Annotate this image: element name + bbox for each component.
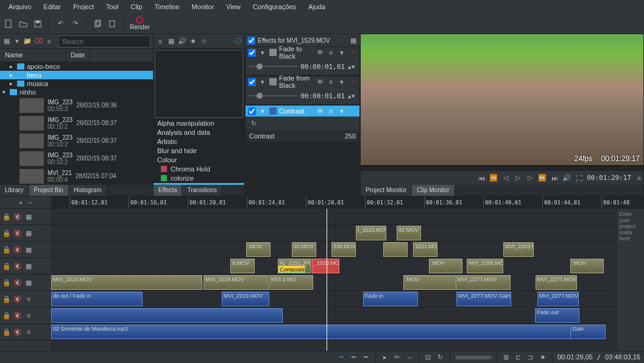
mark-out-icon[interactable]: ⊐ (526, 353, 535, 362)
tab-histogram[interactable]: Histogram (69, 185, 107, 196)
stack-menu-icon[interactable]: ▦ (349, 36, 358, 45)
zoom-slider[interactable] (455, 356, 492, 359)
mute-icon[interactable]: 🔇 (13, 212, 22, 221)
star-icon[interactable]: ★ (189, 37, 197, 46)
track-header[interactable]: 🔒🔇▦ (0, 209, 51, 225)
track-type-icon[interactable]: ▦ (24, 278, 33, 287)
favorite-icon[interactable]: ★ (539, 353, 547, 362)
menu-editar[interactable]: Editar (37, 1, 67, 13)
save-icon[interactable] (33, 19, 43, 29)
transition-clip[interactable]: Composite (278, 265, 305, 273)
effect-item[interactable]: Chroma Hold (154, 165, 244, 174)
menu-clip[interactable]: Clip (124, 1, 148, 13)
track-lane[interactable]: Fade out (51, 307, 644, 324)
col-name[interactable]: Name (0, 49, 66, 62)
zoom-out-icon[interactable]: − (26, 198, 35, 207)
forward-end-icon[interactable]: ⏭ (550, 174, 559, 182)
folder-musica[interactable]: música (27, 80, 48, 87)
tab-project-bin[interactable]: Project Bin (29, 185, 69, 196)
tree-icon[interactable]: ≡ (156, 37, 165, 46)
col-date[interactable]: Date (66, 49, 90, 62)
volume-icon[interactable]: 🔊 (562, 174, 571, 182)
menu-config[interactable]: Configurações (247, 1, 302, 13)
video-preview[interactable]: 24fps 00:01:29:17 (361, 34, 643, 165)
effect-category[interactable]: Artistic (154, 137, 244, 146)
lock-icon[interactable]: 🔒 (2, 295, 11, 303)
timeline-clip[interactable]: .MOV (570, 259, 604, 273)
track-lane[interactable]: de out / Fade inMVI_2219.MOVFade inMVI_2… (51, 291, 644, 307)
track-type-icon[interactable]: ≡ (24, 311, 33, 320)
timeline-clip[interactable]: MVI_2277.MOV (456, 275, 511, 290)
menu-monitor[interactable]: Monitor (186, 1, 221, 13)
mark-in-icon[interactable]: ⊏ (514, 353, 523, 362)
track-header[interactable]: 🔒🔇▦ (0, 258, 51, 275)
timeline-clip[interactable]: I_1523.MOV (356, 226, 386, 240)
menu-timeline[interactable]: Timeline (148, 1, 185, 13)
track-header[interactable]: 🔒🔇▦ (0, 225, 51, 242)
track-type-icon[interactable]: ▦ (24, 262, 33, 270)
rewind-icon[interactable]: ⏪ (489, 174, 498, 182)
timeline-clip[interactable]: Fade in (363, 292, 418, 306)
paste-icon[interactable] (107, 19, 117, 29)
menu-ajuda[interactable]: Ajuda (302, 1, 331, 13)
monitor-scrub[interactable] (361, 165, 643, 170)
razor-tool-icon[interactable]: ✂ (393, 353, 402, 362)
tab-effects[interactable]: Effects (154, 185, 182, 196)
timeline-clip[interactable]: MVI_2253.MOV (503, 242, 534, 257)
stack-enable[interactable] (247, 37, 255, 45)
menu-project[interactable]: Project (67, 1, 100, 13)
track-type-icon[interactable]: ≡ (24, 328, 33, 336)
menu-tool[interactable]: Tool (100, 1, 124, 13)
timeline-clip[interactable]: MVI_2219.MOV (203, 275, 269, 290)
hamburger-icon[interactable]: ≡ (635, 174, 643, 182)
info-icon[interactable]: ⓘ (233, 37, 242, 46)
effect-category[interactable]: Blur and hide (154, 146, 244, 156)
timeline-clip[interactable]: Gain (570, 325, 606, 339)
timeline-clip[interactable]: MVI 2.MO (269, 275, 313, 290)
track-lane[interactable]: .MOV20.MOV230.MOV.1521.MOVMVI_2253.MOV (51, 242, 644, 258)
track-header[interactable]: 🔒🔇≡ (0, 307, 51, 324)
folder-beco[interactable]: beco (27, 71, 41, 79)
effect-item[interactable]: colorize (154, 174, 244, 183)
timeline-clip[interactable]: 9.MOV (230, 259, 255, 273)
mute-icon[interactable]: 🔇 (13, 278, 22, 287)
folder-ninho[interactable]: ninho (19, 88, 36, 96)
track-type-icon[interactable]: ▦ (24, 212, 33, 221)
scroll-icon[interactable]: ↻ (436, 353, 445, 362)
fullscreen-icon[interactable]: ⛶ (575, 174, 583, 182)
timeline-clip[interactable]: de out / Fade in (51, 292, 143, 306)
track-header[interactable]: 🔒🔇▦ (0, 275, 51, 291)
timeline-clip[interactable]: 42 MOV (397, 226, 421, 240)
hamburger-icon[interactable]: ≡ (45, 37, 53, 46)
rewind-start-icon[interactable]: ⏮ (477, 174, 486, 182)
track-type-icon[interactable]: ▦ (24, 229, 33, 237)
timeline-clip[interactable]: MVI_2277.MOV (536, 275, 577, 290)
track-header[interactable]: 🔒🔇≡ (0, 324, 51, 340)
track-lane[interactable]: 9.MOVIG_2231.JPG_1529.MOV.MOVMVI_2256.MO… (51, 258, 644, 275)
effect-instance[interactable]: ▾Contrast👁≡▾− (246, 106, 359, 117)
timeline-clip[interactable]: _1529.MOV (312, 259, 339, 273)
lock-icon[interactable]: 🔒 (2, 212, 11, 221)
timeline-clip[interactable]: 230.MOV (331, 242, 356, 257)
fit-icon[interactable]: ⊞ (502, 353, 511, 362)
folder-icon[interactable]: 📁 (23, 37, 32, 46)
project-notes[interactable]: Enter your project notes here (616, 209, 644, 351)
track-lane[interactable]: 02 Semente de Mandioca.mp3Gain (51, 324, 644, 340)
search-input[interactable] (58, 35, 150, 48)
mute-icon[interactable]: 🔇 (13, 328, 22, 336)
chevron-down-icon[interactable]: ▾ (13, 37, 21, 46)
effect-instance[interactable]: ▾Fade from Black👁≡▾− (246, 76, 359, 87)
timeline-clip[interactable]: MVI_2219.MOV (222, 292, 269, 306)
timeline-clip[interactable]: .MOV (403, 275, 462, 290)
timeline-clip[interactable]: 02 Semente de Mandioca.mp3 (51, 325, 600, 339)
effect-category[interactable]: Colour (154, 156, 244, 165)
project-tree[interactable]: ▸apoio-beco ▸beco ▸música ▾ninho IMG_223… (0, 62, 153, 185)
lock-icon[interactable]: 🔒 (2, 245, 11, 254)
effect-instance[interactable]: ▾Fade to Black👁≡▾− (246, 47, 359, 58)
snap-icon[interactable]: ⊡ (424, 353, 433, 362)
mode1-icon[interactable]: ━ (338, 353, 346, 362)
clip-item[interactable]: IMG_22300:55:328/02/15 08:36 (0, 96, 153, 114)
mute-icon[interactable]: 🔇 (13, 229, 22, 237)
add-clip-icon[interactable]: ▦ (2, 37, 10, 46)
effect-category[interactable]: Alpha manipulation (154, 119, 244, 128)
